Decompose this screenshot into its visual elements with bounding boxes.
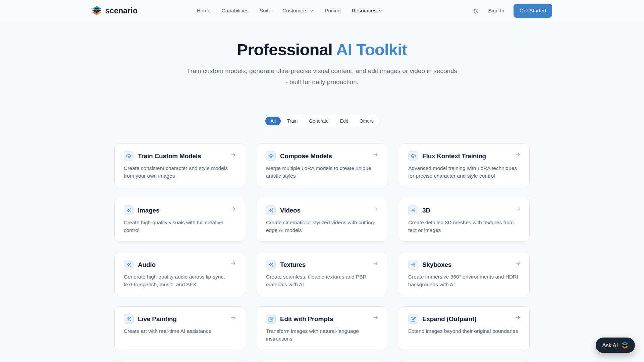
card-icon-box [266, 260, 276, 269]
feature-card[interactable]: Expand (Outpaint) Extend images beyond t… [399, 306, 530, 350]
ask-ai-label: Ask AI [602, 342, 618, 349]
card-icon-box [408, 205, 418, 215]
card-description: Create seamless, tileable textures and P… [266, 273, 378, 288]
card-title: Expand (Outpaint) [422, 315, 476, 323]
page-title: Professional AI Toolkit [0, 40, 644, 59]
arrow-right-icon [230, 260, 236, 266]
card-description: Advanced model training with LoRA techni… [408, 164, 520, 180]
layers-icon [268, 154, 274, 159]
feature-card[interactable]: 3D Create detailed 3D meshes with textur… [399, 198, 530, 242]
arrow-right-icon [230, 206, 236, 212]
card-title: Train Custom Models [138, 153, 201, 160]
feature-card[interactable]: Compose Models Merge multiple LoRA model… [257, 143, 387, 187]
arrow-right-icon [515, 260, 521, 266]
page-title-accent: AI Toolkit [336, 41, 407, 59]
feature-card[interactable]: Pixelate [399, 361, 530, 362]
feature-card[interactable]: Audio Generate high-quality audio across… [114, 252, 245, 296]
ask-ai-button[interactable]: Ask AI [596, 338, 635, 353]
tab[interactable]: Others [355, 117, 379, 125]
nav-item[interactable]: Home [197, 8, 210, 14]
feature-card[interactable]: Enhance (Upscale) [257, 361, 387, 362]
tab[interactable]: All [265, 117, 281, 125]
main-content: Professional AI Toolkit Train custom mod… [0, 0, 644, 362]
card-icon-box [266, 314, 276, 324]
card-title: Compose Models [280, 153, 332, 160]
nav-item[interactable]: Customers [282, 8, 314, 14]
card-description: Generate high-quality audio across lip-s… [124, 273, 236, 288]
sparkles-icon [411, 262, 416, 267]
sign-in-link[interactable]: Sign In [488, 8, 504, 14]
arrow-right-icon [515, 206, 521, 212]
arrow-right-icon [372, 152, 379, 158]
arrow-right-icon [372, 260, 379, 266]
card-description: Create detailed 3D meshes with textures … [408, 219, 520, 234]
page-subtitle: Train custom models, generate ultra-prec… [0, 65, 644, 87]
card-title: Videos [280, 207, 301, 214]
nav-item-label: Suite [260, 8, 271, 14]
card-icon-box [266, 151, 276, 161]
feature-card[interactable]: Textures Create seamless, tileable textu… [257, 252, 387, 296]
theme-toggle-button[interactable] [473, 8, 479, 14]
scenario-logo-icon [92, 6, 102, 16]
nav-item[interactable]: Capabilities [222, 8, 249, 14]
card-description: Create art with real-time AI assistance [124, 327, 236, 335]
feature-card[interactable]: Videos Create cinematic or stylized vide… [257, 198, 387, 242]
layers-icon [411, 154, 416, 159]
nav-item-label: Capabilities [222, 8, 249, 14]
chevron-down-icon [378, 9, 382, 13]
nav-item[interactable]: Pricing [325, 8, 340, 14]
nav-item[interactable]: Resources [352, 8, 382, 14]
feature-card[interactable]: Images Create high-quality visuals with … [114, 198, 245, 242]
card-title: Edit with Prompts [280, 315, 333, 323]
feature-card[interactable]: Flux Kontext Training Advanced model tra… [399, 143, 530, 187]
nav-item-label: Pricing [325, 8, 340, 14]
card-icon-box [124, 314, 133, 324]
brand-name: scenario [105, 6, 138, 15]
card-icon-box [266, 205, 276, 215]
card-description: Extend images beyond their original boun… [408, 327, 520, 335]
card-icon-box [408, 151, 418, 161]
card-title: Images [138, 207, 159, 214]
arrow-right-icon [230, 152, 236, 158]
sparkles-icon [268, 208, 274, 213]
card-title: Textures [280, 261, 306, 268]
feature-card[interactable]: Train Custom Models Create consistent ch… [114, 143, 245, 187]
sun-icon [473, 8, 479, 14]
nav-item[interactable]: Suite [260, 8, 271, 14]
arrow-right-icon [372, 206, 379, 212]
card-icon-box [124, 260, 133, 269]
edit-icon [268, 316, 274, 322]
sparkles-icon [126, 262, 131, 267]
arrow-right-icon [372, 314, 379, 321]
feature-card[interactable]: Live Painting Create art with real-time … [114, 306, 245, 350]
arrow-right-icon [230, 314, 236, 321]
card-icon-box [408, 314, 418, 324]
tab[interactable]: Train [282, 117, 303, 125]
card-description: Create high-quality visuals with full cr… [124, 219, 236, 234]
layers-icon [126, 154, 131, 159]
card-title: Live Painting [138, 315, 177, 323]
card-description: Create consistent character and style mo… [124, 164, 236, 180]
subtitle-line-1: Train custom models, generate ultra-prec… [0, 65, 644, 76]
card-icon-box [124, 205, 133, 215]
tab[interactable]: Generate [304, 117, 333, 125]
category-tabs: AllTrainGenerateEditOthers [264, 115, 380, 127]
nav-item-label: Home [197, 8, 210, 14]
card-icon-box [124, 151, 133, 161]
feature-card[interactable]: Edit with Prompts Transform images with … [257, 306, 387, 350]
main-nav: Home Capabilities Suite Customers Pricin… [197, 8, 382, 14]
chevron-down-icon [310, 9, 314, 13]
sparkles-icon [126, 316, 131, 322]
brand-logo[interactable]: scenario [92, 6, 138, 16]
card-description: Merge multiple LoRA models to create uni… [266, 164, 378, 180]
sparkles-icon [126, 208, 131, 213]
card-icon-box [408, 260, 418, 269]
tab[interactable]: Edit [335, 117, 353, 125]
nav-item-label: Resources [352, 8, 376, 14]
card-title: 3D [422, 207, 430, 214]
get-started-button[interactable]: Get Started [514, 4, 552, 18]
scenario-logo-icon [621, 342, 629, 349]
sparkles-icon [268, 262, 274, 267]
feature-card[interactable]: Retouch (Inpaint) [114, 361, 245, 362]
feature-card[interactable]: Skyboxes Create immersive 360° environme… [399, 252, 530, 296]
